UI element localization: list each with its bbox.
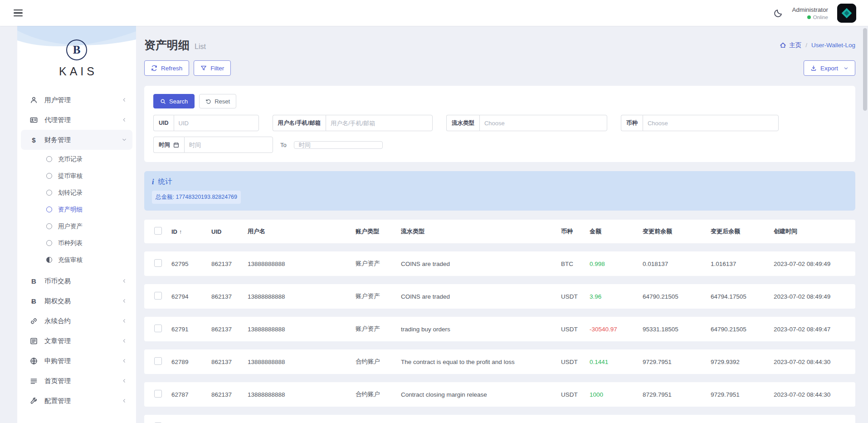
column-header-balance_after[interactable]: 变更后余额 <box>706 220 769 243</box>
users-icon <box>29 96 39 104</box>
sidebar-subitem[interactable]: 划转记录 <box>17 184 136 201</box>
option-bitcoin-icon: Ƀ <box>29 297 39 305</box>
sidebar-item-label: 代理管理 <box>44 116 122 124</box>
column-header-balance_before[interactable]: 变更前余额 <box>638 220 706 243</box>
row-checkbox[interactable] <box>154 325 162 332</box>
cell-balance_after: 9729.7951 <box>706 382 769 407</box>
sidebar-item-agent-card[interactable]: 代理管理 <box>17 110 136 130</box>
cell-username: 13888888888 <box>243 317 351 341</box>
filter-button[interactable]: Filter <box>194 60 231 76</box>
reset-button[interactable]: Reset <box>199 94 236 108</box>
table-row: 6279486213713888888888账户资产COINS are trad… <box>144 284 855 309</box>
column-label: ID <box>171 228 177 235</box>
cell-created_at: 2023-07-02 08:44:30 <box>769 382 855 407</box>
column-header-created_at[interactable]: 创建时间 <box>769 220 855 243</box>
avatar-logo-icon <box>837 4 856 23</box>
column-label: 账户类型 <box>356 228 379 235</box>
flow-type-select[interactable] <box>479 115 607 131</box>
cell-created_at: 2023-07-02 08:49:47 <box>769 317 855 341</box>
globe-icon <box>29 357 39 365</box>
cell-uid: 862137 <box>207 317 243 341</box>
online-status-icon <box>807 15 811 19</box>
sidebar-item-users[interactable]: 用户管理 <box>17 90 136 110</box>
sidebar-item-globe[interactable]: 申购管理 <box>17 351 136 371</box>
user-menu[interactable]: Administrator Online <box>792 6 828 20</box>
row-checkbox[interactable] <box>154 259 162 267</box>
avatar[interactable] <box>837 4 856 23</box>
breadcrumb-home-link[interactable]: 主页 <box>780 41 801 49</box>
sidebar-item-label: 币币交易 <box>44 277 122 285</box>
cell-flow_type: Contract opening charge <box>396 415 556 423</box>
brand-logo-icon: B <box>66 39 87 60</box>
cell-checkbox <box>144 382 167 407</box>
cell-flow_type: The contract is equal to the profit and … <box>396 349 556 374</box>
sidebar-item-label: 用户管理 <box>44 96 122 104</box>
refresh-button[interactable]: Refresh <box>144 60 189 76</box>
export-button[interactable]: Export <box>804 60 855 76</box>
column-label: 流水类型 <box>401 228 424 235</box>
dark-mode-toggle[interactable] <box>774 9 783 18</box>
cell-balance_before: 8729.7951 <box>638 382 706 407</box>
cell-username: 13888888888 <box>243 382 351 407</box>
cell-coin: USDT <box>556 317 585 341</box>
circle-icon <box>46 173 52 179</box>
time-from-input[interactable] <box>184 137 273 153</box>
sidebar-subitem-label: 用户资产 <box>58 222 83 231</box>
column-header-uid[interactable]: UID <box>207 220 243 243</box>
row-checkbox[interactable] <box>154 390 162 398</box>
cell-balance_before: 9729.7951 <box>638 349 706 374</box>
sidebar-subitem[interactable]: 充值审核 <box>17 251 136 268</box>
search-button[interactable]: Search <box>153 94 195 108</box>
cell-amount: 1000 <box>585 382 638 407</box>
user-input[interactable] <box>326 115 433 131</box>
sidebar-item-wrench[interactable]: 配置管理 <box>17 391 136 411</box>
user-label: 用户名/手机/邮箱 <box>273 115 326 131</box>
column-header-username[interactable]: 用户名 <box>243 220 351 243</box>
sidebar-subitem[interactable]: 资产明细 <box>17 201 136 218</box>
uid-label: UID <box>153 115 174 131</box>
sidebar-item-finance-dollar[interactable]: $财务管理 <box>21 130 132 150</box>
time-to-input[interactable] <box>294 141 383 149</box>
row-checkbox[interactable] <box>154 292 162 300</box>
column-label: 变更后余额 <box>711 228 740 235</box>
cell-amount: 3.96 <box>585 284 638 309</box>
cell-checkbox <box>144 349 167 374</box>
moon-icon <box>774 9 783 18</box>
cell-checkbox <box>144 415 167 423</box>
sidebar-item-article[interactable]: 文章管理 <box>17 331 136 351</box>
cell-checkbox <box>144 317 167 341</box>
sidebar-item-label: 文章管理 <box>44 337 122 345</box>
sidebar-subitem[interactable]: 币种列表 <box>17 235 136 251</box>
sidebar-subitem[interactable]: 提币审核 <box>17 167 136 184</box>
uid-input[interactable] <box>174 115 259 131</box>
sidebar-item-list[interactable]: 首页管理 <box>17 371 136 391</box>
cell-account_type: 合约账户 <box>351 382 396 407</box>
cell-account_type: 合约账户 <box>351 415 396 423</box>
column-header-amount[interactable]: 金额 <box>585 220 638 243</box>
column-header-id[interactable]: ID↑ <box>167 220 207 243</box>
table-row: 6278286213713888888888合约账户Contract openi… <box>144 415 855 423</box>
main-content: 资产明细 List 主页 / User-Wallet-Log Refresh <box>144 26 855 423</box>
menu-toggle-button[interactable] <box>12 8 24 18</box>
page-title-text: 资产明细 <box>144 38 190 53</box>
cell-created_at: 2023-07-02 08:44:30 <box>769 349 855 374</box>
chevron-left-icon <box>122 298 127 304</box>
flow-type-label: 流水类型 <box>446 115 479 131</box>
sidebar-item-option-bitcoin[interactable]: Ƀ期权交易 <box>17 291 136 311</box>
column-header-coin[interactable]: 币种 <box>556 220 585 243</box>
cell-username: 13888888888 <box>243 415 351 423</box>
column-header-flow_type[interactable]: 流水类型 <box>396 220 556 243</box>
coin-select[interactable] <box>643 115 779 131</box>
sidebar-subitem[interactable]: 用户资产 <box>17 218 136 235</box>
total-amount-label: 总金额: <box>156 194 174 200</box>
row-checkbox[interactable] <box>154 357 162 365</box>
sidebar-subitem[interactable]: 充币记录 <box>17 151 136 167</box>
sidebar-item-coin-b[interactable]: B币币交易 <box>17 271 136 291</box>
select-all-checkbox[interactable] <box>154 227 162 235</box>
column-header-account_type[interactable]: 账户类型 <box>351 220 396 243</box>
page-scrollbar[interactable] <box>863 28 867 111</box>
search-panel: Search Reset UID用户名/手机/邮箱流水类型币种 时间 <box>144 86 855 162</box>
circle-icon <box>46 240 52 246</box>
sidebar-item-link[interactable]: 永续合约 <box>17 311 136 331</box>
sidebar-subitem-label: 充币记录 <box>58 155 83 163</box>
